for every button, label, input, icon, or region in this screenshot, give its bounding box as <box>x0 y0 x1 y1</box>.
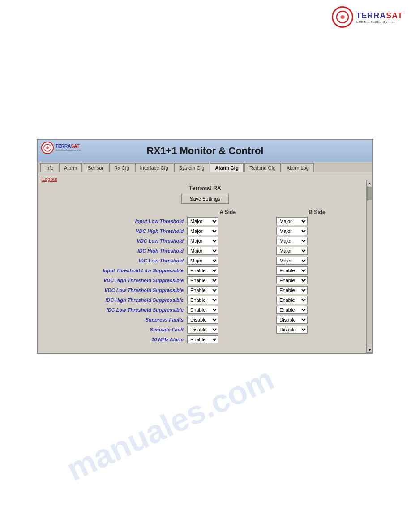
svg-point-1 <box>341 15 344 19</box>
table-row: IDC High Threshold MajorMinorDisable Maj… <box>42 246 368 256</box>
idc-high-suppress-b-select[interactable]: EnableDisable <box>276 296 308 304</box>
row-label: Simulate Fault <box>42 325 185 335</box>
table-row: VDC High Threshold Suppressible EnableDi… <box>42 275 368 285</box>
idc-high-a-select[interactable]: MajorMinorDisable <box>187 247 218 255</box>
tab-sensor[interactable]: Sensor <box>83 163 108 172</box>
scroll-thumb[interactable] <box>367 187 372 200</box>
row-label: IDC High Threshold <box>42 246 185 256</box>
logo-sat: SAT <box>386 12 403 20</box>
page-title: RX1+1 Monitor & Control <box>147 145 264 157</box>
tab-system-cfg[interactable]: System Cfg <box>174 163 210 172</box>
terrasat-logo: TERRA SAT Communications, Inc. <box>332 6 403 29</box>
vdc-low-a-select[interactable]: MajorMinorDisable <box>187 237 218 245</box>
logout-link[interactable]: Logout <box>42 176 57 182</box>
table-row: Simulate Fault DisableEnable DisableEnab… <box>42 325 368 335</box>
vdc-low-suppress-b-select[interactable]: EnableDisable <box>276 286 308 294</box>
content-area: Logout Terrasat RX Save Settings A Side … <box>38 172 372 345</box>
input-suppress-b-select[interactable]: EnableDisable <box>276 266 308 275</box>
vdc-high-suppress-b-select[interactable]: EnableDisable <box>276 276 308 284</box>
header-logo-text: TERRA SAT Communications, Inc. <box>56 144 81 151</box>
idc-low-suppress-b-select[interactable]: EnableDisable <box>276 306 308 314</box>
idc-low-b-select[interactable]: MajorMinorDisable <box>276 257 308 265</box>
select-cell: MajorMinorDisable <box>274 216 359 226</box>
suppress-faults-a-select[interactable]: DisableEnable <box>187 316 218 324</box>
table-row: VDC Low Threshold MajorMinorDisable Majo… <box>42 236 368 246</box>
table-row: VDC High Threshold MajorMinorDisable Maj… <box>42 226 368 236</box>
table-row: IDC Low Threshold MajorMinorDisable Majo… <box>42 256 368 266</box>
simulate-fault-a-select[interactable]: DisableEnable <box>187 326 218 334</box>
content-inner: Terrasat RX Save Settings A Side B Side <box>42 184 368 345</box>
logo-subtitle: Communications, Inc. <box>356 20 403 24</box>
header-logo: TERRA SAT Communications, Inc. <box>41 142 81 154</box>
table-row: 10 MHz Alarm EnableDisable <box>42 335 368 344</box>
section-title: Terrasat RX <box>189 184 221 191</box>
vdc-low-b-select[interactable]: MajorMinorDisable <box>276 237 308 245</box>
tab-info[interactable]: Info <box>40 163 58 172</box>
tab-rx-cfg[interactable]: Rx Cfg <box>109 163 134 172</box>
scroll-up-button[interactable]: ▲ <box>367 180 373 186</box>
row-label: VDC Low Threshold <box>42 236 185 246</box>
vdc-low-suppress-a-select[interactable]: EnableDisable <box>187 286 218 294</box>
scroll-down-button[interactable]: ▼ <box>367 347 373 353</box>
idc-low-a-select[interactable]: MajorMinorDisable <box>187 257 218 265</box>
row-label: VDC High Threshold <box>42 226 185 236</box>
row-label: Suppress Faults <box>42 315 185 325</box>
browser-window: TERRA SAT Communications, Inc. RX1+1 Mon… <box>37 139 373 354</box>
row-label: IDC Low Threshold <box>42 256 185 266</box>
watermark: manuales.com <box>61 360 279 488</box>
row-label: IDC High Threshold Suppressible <box>42 295 185 305</box>
row-label: VDC Low Threshold Suppressible <box>42 285 185 295</box>
header-bar: TERRA SAT Communications, Inc. RX1+1 Mon… <box>38 140 372 162</box>
row-label: VDC High Threshold Suppressible <box>42 275 185 285</box>
header-logo-circle <box>41 142 54 154</box>
row-label: 10 MHz Alarm <box>42 335 185 344</box>
save-settings-button[interactable]: Save Settings <box>181 194 229 204</box>
input-suppress-a-select[interactable]: EnableDisable <box>187 266 218 275</box>
scrollbar: ▲ ▼ <box>366 180 372 353</box>
table-row: Input Low Threshold MajorMinorDisable Ma… <box>42 216 368 226</box>
vdc-high-a-select[interactable]: MajorMinorDisable <box>187 227 218 235</box>
nav-tabs: Info Alarm Sensor Rx Cfg Interface Cfg S… <box>38 162 372 172</box>
table-row: VDC Low Threshold Suppressible EnableDis… <box>42 285 368 295</box>
input-low-b-select[interactable]: MajorMinorDisable <box>276 217 308 225</box>
table-row: IDC High Threshold Suppressible EnableDi… <box>42 295 368 305</box>
col-b-header: B Side <box>274 208 359 216</box>
col-a-header: A Side <box>185 208 270 216</box>
settings-table: A Side B Side Input Low Threshold MajorM… <box>42 208 368 344</box>
table-row: IDC Low Threshold Suppressible EnableDis… <box>42 305 368 315</box>
header-logo-sub: Communications, Inc. <box>56 149 81 151</box>
idc-high-suppress-a-select[interactable]: EnableDisable <box>187 296 218 304</box>
tab-alarm-cfg[interactable]: Alarm Cfg <box>210 163 244 172</box>
svg-point-3 <box>47 147 49 149</box>
simulate-fault-b-select[interactable]: DisableEnable <box>276 326 308 334</box>
select-cell: MajorMinorDisable <box>185 216 270 226</box>
tab-alarm-log[interactable]: Alarm Log <box>282 163 314 172</box>
input-low-a-select[interactable]: MajorMinorDisable <box>187 217 218 225</box>
idc-high-b-select[interactable]: MajorMinorDisable <box>276 247 308 255</box>
idc-low-suppress-a-select[interactable]: EnableDisable <box>187 306 218 314</box>
logo-terra: TERRA <box>356 12 386 20</box>
tab-redund-cfg[interactable]: Redund Cfg <box>244 163 281 172</box>
vdc-high-b-select[interactable]: MajorMinorDisable <box>276 227 308 235</box>
vdc-high-suppress-a-select[interactable]: EnableDisable <box>187 276 218 284</box>
header-sat: SAT <box>71 144 79 149</box>
row-label: Input Threshold Low Suppressible <box>42 266 185 275</box>
header-terra: TERRA <box>56 144 71 149</box>
mhz-alarm-select[interactable]: EnableDisable <box>187 335 218 343</box>
table-row: Input Threshold Low Suppressible EnableD… <box>42 266 368 275</box>
tab-alarm[interactable]: Alarm <box>59 163 82 172</box>
table-row: Suppress Faults DisableEnable DisableEna… <box>42 315 368 325</box>
tab-interface-cfg[interactable]: Interface Cfg <box>135 163 173 172</box>
suppress-faults-b-select[interactable]: DisableEnable <box>276 316 308 324</box>
row-label: IDC Low Threshold Suppressible <box>42 305 185 315</box>
row-label: Input Low Threshold <box>42 216 185 226</box>
logo-circle <box>332 6 353 28</box>
